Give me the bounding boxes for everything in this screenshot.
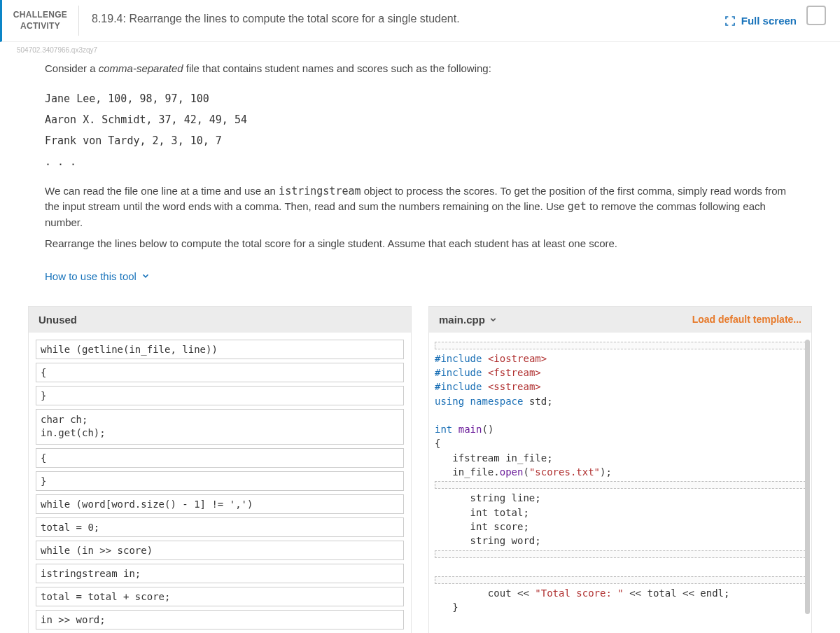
drop-slot[interactable] xyxy=(435,481,806,489)
intro-paragraph: Consider a comma-separated file that con… xyxy=(45,61,795,77)
prose-content: Consider a comma-separated file that con… xyxy=(0,54,840,296)
rearrange-editor: Unused while (getline(in_file, line)) { … xyxy=(0,306,840,633)
code-block[interactable]: total = 0; xyxy=(36,517,404,537)
unused-panel-header: Unused xyxy=(29,307,411,333)
activity-title: 8.19.4: Rearrange the lines to compute t… xyxy=(79,6,724,36)
challenge-label-line1: CHALLENGE xyxy=(13,10,67,20)
code-block[interactable]: while (in >> score) xyxy=(36,541,404,560)
scrollbar[interactable] xyxy=(805,340,810,615)
activity-header: CHALLENGE ACTIVITY 8.19.4: Rearrange the… xyxy=(0,0,840,42)
code-block[interactable]: } xyxy=(36,471,404,491)
code-block[interactable]: char ch; in.get(ch); xyxy=(36,409,404,445)
sample-data-block: Jane Lee, 100, 98, 97, 100 Aaron X. Schm… xyxy=(45,88,795,172)
inline-code: get xyxy=(568,200,587,213)
tool-link-label: How to use this tool xyxy=(45,270,136,282)
unused-blocks-list[interactable]: while (getline(in_file, line)) { } char … xyxy=(29,333,411,633)
code-drop-area[interactable]: #include <iostream> #include <fstream> #… xyxy=(429,333,811,622)
fullscreen-label: Full screen xyxy=(741,15,797,27)
explanation-paragraph: We can read the file one line at a time … xyxy=(45,183,795,231)
challenge-label-line2: ACTIVITY xyxy=(20,21,60,31)
code-block[interactable]: istringstream in; xyxy=(36,564,404,583)
code-block[interactable]: { xyxy=(36,448,404,468)
code-block[interactable]: while (getline(in_file, line)) xyxy=(36,340,404,359)
code-block[interactable]: { xyxy=(36,363,404,382)
code-block[interactable]: in >> word; xyxy=(36,610,404,629)
sample-line: Jane Lee, 100, 98, 97, 100 xyxy=(45,88,795,109)
sample-line: Frank von Tardy, 2, 3, 10, 7 xyxy=(45,130,795,151)
file-dropdown[interactable]: main.cpp xyxy=(439,314,498,326)
sample-line: . . . xyxy=(45,151,795,172)
file-name: main.cpp xyxy=(439,314,485,326)
fullscreen-button[interactable]: Full screen xyxy=(724,6,797,36)
code-block[interactable]: } xyxy=(36,386,404,405)
unused-panel: Unused while (getline(in_file, line)) { … xyxy=(28,306,412,633)
chevron-down-icon xyxy=(489,315,498,324)
unused-title: Unused xyxy=(38,314,77,326)
code-panel-header: main.cpp Load default template... xyxy=(429,307,811,333)
code-block[interactable]: total = total + score; xyxy=(36,587,404,606)
how-to-use-tool-link[interactable]: How to use this tool xyxy=(45,270,150,282)
code-block[interactable]: while (word[word.size() - 1] != ',') xyxy=(36,494,404,514)
sample-line: Aaron X. Schmidt, 37, 42, 49, 54 xyxy=(45,109,795,130)
chevron-down-icon xyxy=(141,271,150,281)
instruction-paragraph: Rearrange the lines below to compute the… xyxy=(45,236,795,252)
code-panel: main.cpp Load default template... #inclu… xyxy=(428,306,812,633)
italic-term: comma-separated xyxy=(99,62,183,74)
fullscreen-icon xyxy=(724,15,736,27)
drop-slot[interactable] xyxy=(435,550,806,558)
drop-slot[interactable] xyxy=(435,576,806,584)
inline-code: istringstream xyxy=(279,185,360,197)
drop-slot[interactable] xyxy=(435,342,806,349)
challenge-activity-label: CHALLENGE ACTIVITY xyxy=(2,6,79,36)
question-id: 504702.3407966.qx3zqy7 xyxy=(0,42,840,54)
completion-checkbox[interactable] xyxy=(806,6,826,25)
load-default-template-link[interactable]: Load default template... xyxy=(692,314,802,325)
